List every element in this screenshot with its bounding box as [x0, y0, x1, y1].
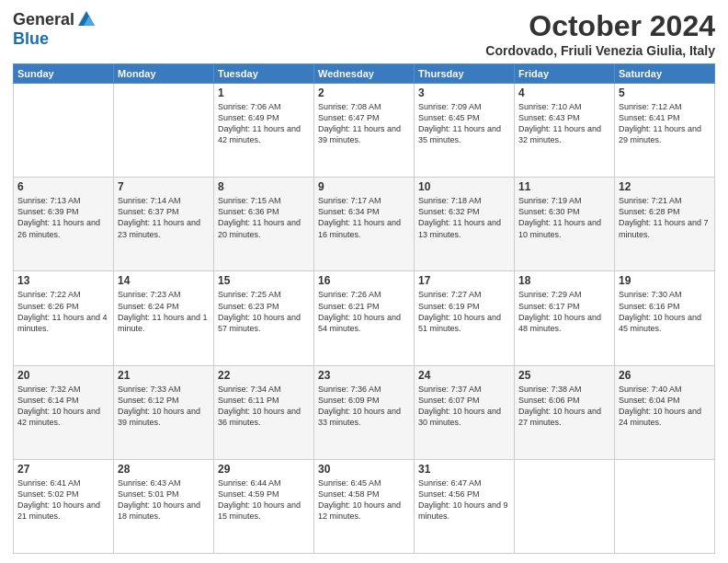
calendar-week-2: 13Sunrise: 7:22 AM Sunset: 6:26 PM Dayli… [14, 271, 715, 365]
day-number: 20 [17, 369, 109, 382]
calendar-cell: 6Sunrise: 7:13 AM Sunset: 6:39 PM Daylig… [14, 178, 114, 271]
day-number: 15 [218, 274, 310, 287]
page: General Blue October 2024 Cordovado, Fri… [0, 0, 728, 563]
day-number: 2 [318, 86, 410, 99]
calendar-cell: 22Sunrise: 7:34 AM Sunset: 6:11 PM Dayli… [214, 365, 314, 459]
day-info: Sunrise: 7:19 AM Sunset: 6:30 PM Dayligh… [518, 195, 610, 240]
day-number: 6 [17, 180, 109, 193]
calendar-cell: 7Sunrise: 7:14 AM Sunset: 6:37 PM Daylig… [114, 178, 214, 271]
calendar-cell: 31Sunrise: 6:47 AM Sunset: 4:56 PM Dayli… [415, 459, 515, 553]
calendar-cell: 19Sunrise: 7:30 AM Sunset: 6:16 PM Dayli… [615, 271, 715, 365]
day-number: 31 [418, 463, 510, 476]
calendar-cell: 17Sunrise: 7:27 AM Sunset: 6:19 PM Dayli… [415, 271, 515, 365]
day-number: 3 [418, 86, 510, 99]
calendar-cell: 28Sunrise: 6:43 AM Sunset: 5:01 PM Dayli… [114, 459, 214, 553]
day-info: Sunrise: 7:09 AM Sunset: 6:45 PM Dayligh… [418, 101, 510, 146]
day-header-tuesday: Tuesday [214, 64, 314, 84]
day-number: 9 [318, 180, 410, 193]
day-info: Sunrise: 7:29 AM Sunset: 6:17 PM Dayligh… [518, 289, 610, 334]
day-info: Sunrise: 7:08 AM Sunset: 6:47 PM Dayligh… [318, 101, 410, 146]
day-info: Sunrise: 7:17 AM Sunset: 6:34 PM Dayligh… [318, 195, 410, 240]
calendar-cell: 9Sunrise: 7:17 AM Sunset: 6:34 PM Daylig… [314, 178, 415, 271]
calendar-cell: 14Sunrise: 7:23 AM Sunset: 6:24 PM Dayli… [114, 271, 214, 365]
calendar-cell: 12Sunrise: 7:21 AM Sunset: 6:28 PM Dayli… [615, 178, 715, 271]
calendar-week-4: 27Sunrise: 6:41 AM Sunset: 5:02 PM Dayli… [14, 459, 715, 553]
title-section: October 2024 Cordovado, Friuli Venezia G… [485, 9, 715, 58]
calendar-week-0: 1Sunrise: 7:06 AM Sunset: 6:49 PM Daylig… [14, 84, 715, 178]
day-number: 27 [17, 463, 109, 476]
day-number: 14 [118, 274, 210, 287]
calendar-cell [615, 459, 715, 553]
day-info: Sunrise: 7:23 AM Sunset: 6:24 PM Dayligh… [118, 289, 210, 334]
day-number: 16 [318, 274, 410, 287]
day-number: 8 [218, 180, 310, 193]
day-info: Sunrise: 7:13 AM Sunset: 6:39 PM Dayligh… [17, 195, 109, 240]
day-number: 18 [518, 274, 610, 287]
day-info: Sunrise: 6:45 AM Sunset: 4:58 PM Dayligh… [318, 477, 410, 523]
header: General Blue October 2024 Cordovado, Fri… [13, 9, 715, 58]
calendar-cell [515, 459, 615, 553]
day-info: Sunrise: 7:22 AM Sunset: 6:26 PM Dayligh… [17, 289, 109, 334]
logo-general-text: General [13, 10, 74, 29]
logo: General Blue [13, 9, 97, 49]
day-number: 24 [418, 369, 510, 382]
day-info: Sunrise: 7:15 AM Sunset: 6:36 PM Dayligh… [218, 195, 310, 240]
day-info: Sunrise: 7:10 AM Sunset: 6:43 PM Dayligh… [518, 101, 610, 146]
day-info: Sunrise: 7:25 AM Sunset: 6:23 PM Dayligh… [218, 289, 310, 334]
day-number: 21 [118, 369, 210, 382]
calendar-week-3: 20Sunrise: 7:32 AM Sunset: 6:14 PM Dayli… [14, 365, 715, 459]
day-info: Sunrise: 6:43 AM Sunset: 5:01 PM Dayligh… [118, 477, 210, 523]
logo-icon [76, 9, 97, 29]
day-info: Sunrise: 7:40 AM Sunset: 6:04 PM Dayligh… [619, 384, 711, 429]
calendar-table: SundayMondayTuesdayWednesdayThursdayFrid… [13, 63, 715, 554]
day-info: Sunrise: 7:37 AM Sunset: 6:07 PM Dayligh… [418, 384, 510, 429]
day-number: 17 [418, 274, 510, 287]
day-header-sunday: Sunday [14, 64, 114, 84]
day-info: Sunrise: 7:26 AM Sunset: 6:21 PM Dayligh… [318, 289, 410, 334]
calendar-cell: 16Sunrise: 7:26 AM Sunset: 6:21 PM Dayli… [314, 271, 415, 365]
calendar-cell: 27Sunrise: 6:41 AM Sunset: 5:02 PM Dayli… [14, 459, 114, 553]
day-number: 26 [619, 369, 711, 382]
calendar-cell: 26Sunrise: 7:40 AM Sunset: 6:04 PM Dayli… [615, 365, 715, 459]
calendar-cell: 30Sunrise: 6:45 AM Sunset: 4:58 PM Dayli… [314, 459, 415, 553]
logo-blue-text: Blue [13, 29, 49, 48]
calendar-cell: 8Sunrise: 7:15 AM Sunset: 6:36 PM Daylig… [214, 178, 314, 271]
calendar-cell: 23Sunrise: 7:36 AM Sunset: 6:09 PM Dayli… [314, 365, 415, 459]
day-info: Sunrise: 7:27 AM Sunset: 6:19 PM Dayligh… [418, 289, 510, 334]
calendar-cell: 4Sunrise: 7:10 AM Sunset: 6:43 PM Daylig… [515, 84, 615, 178]
day-header-friday: Friday [515, 64, 615, 84]
day-info: Sunrise: 7:18 AM Sunset: 6:32 PM Dayligh… [418, 195, 510, 240]
calendar-cell [114, 84, 214, 178]
day-number: 23 [318, 369, 410, 382]
calendar-cell: 20Sunrise: 7:32 AM Sunset: 6:14 PM Dayli… [14, 365, 114, 459]
calendar-cell: 15Sunrise: 7:25 AM Sunset: 6:23 PM Dayli… [214, 271, 314, 365]
day-number: 22 [218, 369, 310, 382]
day-number: 29 [218, 463, 310, 476]
day-header-wednesday: Wednesday [314, 64, 415, 84]
day-info: Sunrise: 7:34 AM Sunset: 6:11 PM Dayligh… [218, 384, 310, 429]
calendar-cell: 3Sunrise: 7:09 AM Sunset: 6:45 PM Daylig… [415, 84, 515, 178]
day-number: 25 [518, 369, 610, 382]
day-number: 11 [518, 180, 610, 193]
day-number: 12 [619, 180, 711, 193]
month-title: October 2024 [485, 9, 715, 43]
day-info: Sunrise: 6:47 AM Sunset: 4:56 PM Dayligh… [418, 477, 510, 523]
day-number: 10 [418, 180, 510, 193]
day-info: Sunrise: 7:21 AM Sunset: 6:28 PM Dayligh… [619, 195, 711, 240]
day-info: Sunrise: 7:14 AM Sunset: 6:37 PM Dayligh… [118, 195, 210, 240]
calendar-week-1: 6Sunrise: 7:13 AM Sunset: 6:39 PM Daylig… [14, 178, 715, 271]
calendar-cell: 24Sunrise: 7:37 AM Sunset: 6:07 PM Dayli… [415, 365, 515, 459]
day-info: Sunrise: 7:38 AM Sunset: 6:06 PM Dayligh… [518, 384, 610, 429]
day-number: 13 [17, 274, 109, 287]
calendar-header-row: SundayMondayTuesdayWednesdayThursdayFrid… [14, 64, 715, 84]
day-number: 28 [118, 463, 210, 476]
day-info: Sunrise: 6:44 AM Sunset: 4:59 PM Dayligh… [218, 477, 310, 523]
day-info: Sunrise: 7:06 AM Sunset: 6:49 PM Dayligh… [218, 101, 310, 146]
day-info: Sunrise: 7:32 AM Sunset: 6:14 PM Dayligh… [17, 384, 109, 429]
day-header-monday: Monday [114, 64, 214, 84]
calendar-cell: 21Sunrise: 7:33 AM Sunset: 6:12 PM Dayli… [114, 365, 214, 459]
calendar-cell: 11Sunrise: 7:19 AM Sunset: 6:30 PM Dayli… [515, 178, 615, 271]
day-number: 5 [619, 86, 711, 99]
day-info: Sunrise: 7:33 AM Sunset: 6:12 PM Dayligh… [118, 384, 210, 429]
calendar-cell: 18Sunrise: 7:29 AM Sunset: 6:17 PM Dayli… [515, 271, 615, 365]
